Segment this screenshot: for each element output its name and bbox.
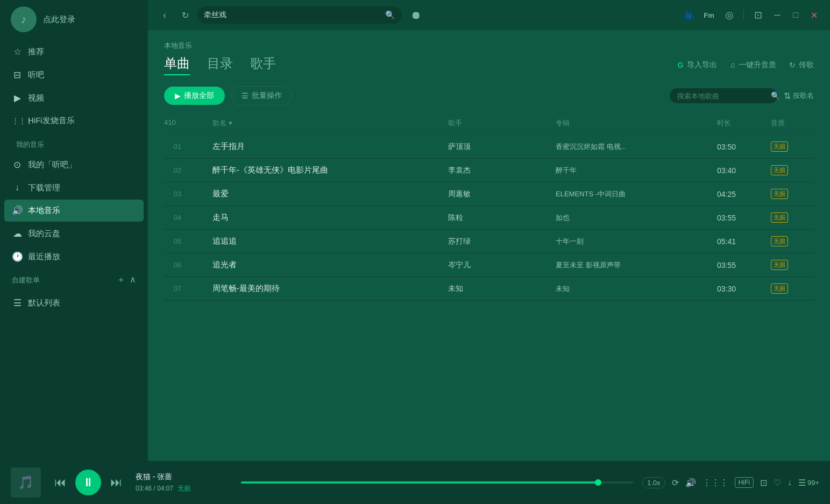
player-title: 夜猫 - 张蔷 — [136, 472, 172, 482]
play-all-button[interactable]: ▶ 播放全部 — [164, 87, 225, 105]
screen-mirror-button[interactable]: ⊡ — [760, 478, 767, 488]
sidebar-item-recommend[interactable]: ☆ 推荐 — [4, 41, 144, 63]
equalizer-button[interactable]: ⋮⋮⋮ — [703, 478, 728, 488]
song-artist: 岑宁儿 — [448, 260, 556, 270]
loop-button[interactable]: ⟳ — [672, 478, 679, 488]
sidebar-label-recent: 最近播放 — [28, 252, 60, 262]
listen-icon: ⊟ — [12, 69, 23, 81]
progress-fill — [241, 481, 598, 484]
song-quality: 无损 — [771, 283, 814, 294]
table-row[interactable]: 02 醉千年-《英雄无侠》电影片尾曲 李袁杰 醉千年 03:40 无损 — [164, 159, 814, 182]
table-row[interactable]: 07 周笔畅-最美的期待 未知 未知 03:30 无损 — [164, 277, 814, 301]
sidebar-label-download: 下载管理 — [28, 183, 60, 193]
tabs: 单曲 目录 歌手 — [164, 55, 276, 75]
volume-button[interactable]: 🔊 — [685, 478, 696, 488]
toolbar: ▶ 播放全部 ☰ 批量操作 🔍 ⇅ 按歌名 — [164, 86, 814, 105]
import-export-button[interactable]: G 导入导出 — [678, 60, 717, 70]
lossless-label: 无损 — [178, 484, 190, 493]
sidebar-nav: ☆ 推荐 ⊟ 听吧 ▶ 视频 ⋮⋮⋮ HiFi发烧音乐 我的音乐 ⊙ — [0, 41, 148, 314]
lossless-badge: 无损 — [771, 212, 788, 223]
wardrobe-icon[interactable]: 🧥 — [680, 6, 697, 24]
list-header: 410 歌名 ▾ 歌手 专辑 时长 音质 — [164, 114, 814, 133]
video-icon: ▶ — [12, 93, 23, 104]
fm-icon[interactable]: Fm — [700, 6, 718, 24]
local-search-input[interactable] — [677, 92, 768, 100]
table-row[interactable]: 06 追光者 岑宁儿 夏至未至 影视原声带 03:55 无损 — [164, 253, 814, 277]
col-count: 410 — [164, 118, 191, 128]
sidebar-item-video[interactable]: ▶ 视频 — [4, 87, 144, 109]
prev-button[interactable]: ⏮ — [49, 472, 71, 493]
sidebar-item-hifi[interactable]: ⋮⋮⋮ HiFi发烧音乐 — [4, 110, 144, 131]
col-name[interactable]: 歌名 ▾ — [212, 118, 448, 128]
search-input[interactable] — [204, 11, 382, 19]
sidebar-item-cloud[interactable]: ☁ 我的云盘 — [4, 223, 144, 245]
lossless-badge: 无损 — [771, 260, 788, 270]
tab-directory[interactable]: 目录 — [207, 55, 233, 75]
song-quality: 无损 — [771, 189, 814, 199]
collapse-playlist-button[interactable]: ∧ — [130, 274, 136, 286]
progress-track[interactable] — [241, 481, 634, 484]
table-row[interactable]: 04 走马 陈粒 如也 03:55 无损 — [164, 206, 814, 230]
sidebar-label-my-listen: 我的「听吧」 — [28, 160, 76, 170]
player-progress[interactable] — [241, 481, 634, 484]
add-playlist-button[interactable]: ＋ — [117, 274, 125, 286]
avatar[interactable]: ♪ — [11, 6, 37, 32]
local-search-bar[interactable]: 🔍 — [670, 88, 777, 103]
batch-button[interactable]: ☰ 批量操作 — [231, 86, 292, 105]
song-number: 07 — [164, 285, 191, 293]
queue-icon: ☰ — [798, 478, 806, 488]
pause-button[interactable]: ⏸ — [75, 470, 101, 495]
download-icon-header[interactable]: ⏺ — [410, 9, 421, 22]
tab-single[interactable]: 单曲 — [164, 55, 190, 75]
close-button[interactable]: ✕ — [806, 8, 821, 23]
cover-icon: 🎵 — [18, 475, 34, 490]
refresh-button[interactable]: ↻ — [177, 7, 193, 23]
sidebar-item-default-list[interactable]: ☰ 默认列表 — [4, 292, 144, 314]
sort-button[interactable]: ⇅ 按歌名 — [784, 91, 814, 101]
next-button[interactable]: ⏭ — [105, 472, 127, 493]
sidebar-item-local[interactable]: 🔊 本地音乐 — [4, 200, 144, 222]
player-time: 03:46 / 04:07 — [136, 485, 173, 492]
player-cover[interactable]: 🎵 — [11, 467, 41, 498]
song-duration: 03:30 — [717, 285, 771, 293]
sidebar-item-my-listen[interactable]: ⊙ 我的「听吧」 — [4, 154, 144, 176]
main-header: ‹ ↻ 🔍 ⏺ 🧥 Fm ◎ ⊡ ─ □ ✕ — [148, 0, 830, 30]
sidebar-item-recent[interactable]: 🕐 最近播放 — [4, 246, 144, 268]
transfer-button[interactable]: ↻ 传歌 — [789, 60, 814, 70]
song-duration: 03:55 — [717, 261, 771, 269]
fullscreen-icon[interactable]: ⊡ — [749, 6, 767, 24]
col-album: 专辑 — [556, 118, 717, 128]
search-bar[interactable]: 🔍 — [197, 6, 402, 24]
favorite-button[interactable]: ♡ — [774, 478, 781, 488]
queue-button[interactable]: ☰ 99+ — [798, 478, 819, 488]
target-icon[interactable]: ◎ — [721, 6, 738, 24]
song-artist: 陈粒 — [448, 213, 556, 223]
player-bar: 🎵 ⏮ ⏸ ⏭ 夜猫 - 张蔷 03:46 / 04:07 无损 — [0, 461, 830, 504]
login-button[interactable]: 点此登录 — [43, 15, 75, 25]
search-icon[interactable]: 🔍 — [385, 10, 395, 20]
song-album: 未知 — [556, 284, 717, 294]
song-number: 05 — [164, 237, 191, 245]
table-row[interactable]: 01 左手指月 萨顶顶 香蜜沉沉烬如霜 电视... 03:50 无损 — [164, 135, 814, 159]
minimize-button[interactable]: ─ — [770, 8, 785, 23]
speed-button[interactable]: 1.0x — [642, 477, 665, 488]
user-area[interactable]: ♪ 点此登录 — [0, 0, 148, 41]
boost-quality-button[interactable]: ♫ 一键升音质 — [730, 60, 777, 70]
back-button[interactable]: ‹ — [157, 7, 173, 23]
song-artist: 未知 — [448, 284, 556, 294]
table-row[interactable]: 05 追追追 苏打绿 十年一刻 05:41 无损 — [164, 230, 814, 253]
song-title: 最爱 — [212, 189, 448, 199]
col-num — [191, 118, 212, 128]
sidebar-label-default-list: 默认列表 — [28, 298, 60, 308]
col-artist: 歌手 — [448, 118, 556, 128]
progress-handle[interactable] — [595, 479, 601, 486]
song-artist: 李袁杰 — [448, 166, 556, 175]
lossless-badge: 无损 — [771, 189, 788, 199]
tab-artist[interactable]: 歌手 — [250, 55, 276, 75]
table-row[interactable]: 03 最爱 周蕙敏 ELEMENTS -中词日曲 04:25 无损 — [164, 182, 814, 206]
sidebar-item-listen[interactable]: ⊟ 听吧 — [4, 64, 144, 86]
maximize-button[interactable]: □ — [788, 8, 803, 23]
sidebar-item-download[interactable]: ↓ 下载管理 — [4, 177, 144, 198]
song-artist: 苏打绿 — [448, 237, 556, 246]
download-button[interactable]: ↓ — [788, 478, 792, 487]
